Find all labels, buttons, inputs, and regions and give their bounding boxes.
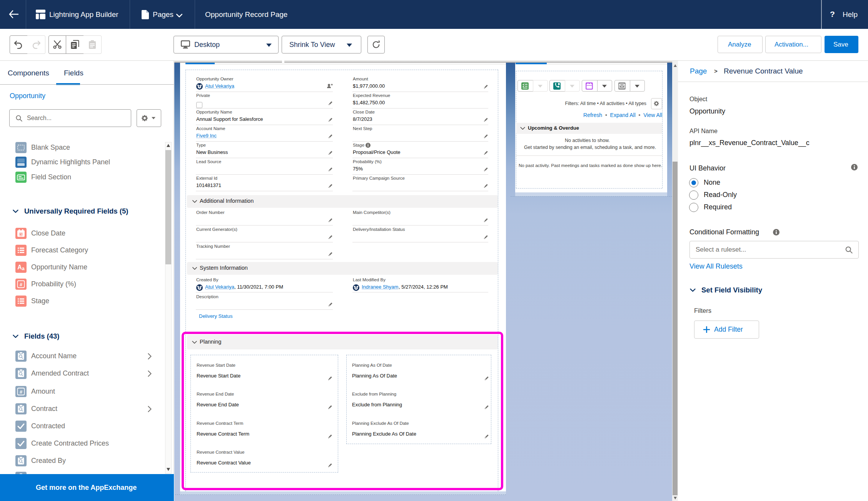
svg-text:#: # bbox=[20, 282, 23, 287]
svg-text:#: # bbox=[20, 389, 23, 395]
